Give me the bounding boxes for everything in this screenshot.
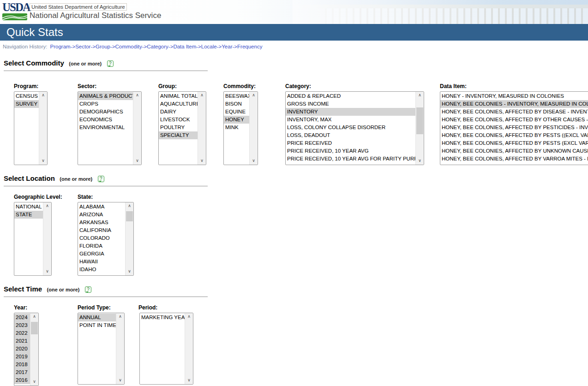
scroll-track[interactable] (30, 321, 38, 378)
option-2017[interactable]: 2017 (14, 368, 30, 376)
option-beeswax[interactable]: BEESWAX (224, 92, 249, 100)
scrollbar[interactable]: ∧∨ (415, 92, 424, 165)
option-2020[interactable]: 2020 (14, 345, 30, 353)
state-listbox[interactable]: ALABAMAARIZONAARKANSASCALIFORNIACOLORADO… (78, 202, 134, 276)
nav-history-link-group[interactable]: Group (96, 44, 110, 49)
scroll-up-icon[interactable]: ∧ (250, 92, 258, 99)
scroll-down-icon[interactable]: ∨ (30, 378, 38, 386)
option-colorado[interactable]: COLORADO (78, 234, 125, 242)
option-marketing-year[interactable]: MARKETING YEAR (140, 314, 185, 321)
help-icon[interactable]: ? (98, 176, 104, 182)
scroll-up-icon[interactable]: ∧ (30, 313, 38, 321)
option-honey-bee-colonies-affected-by-disease[interactable]: HONEY, BEE COLONIES, AFFECTED BY DISEASE… (440, 108, 588, 116)
option-demographics[interactable]: DEMOGRAPHICS (78, 108, 133, 116)
option-point-in-time[interactable]: POINT IN TIME (78, 321, 116, 329)
nav-history-link-sector[interactable]: Sector (75, 44, 90, 49)
scroll-down-icon[interactable]: ∨ (185, 377, 193, 384)
scroll-down-icon[interactable]: ∨ (133, 157, 141, 165)
scroll-up-icon[interactable]: ∧ (416, 92, 424, 99)
option-crops[interactable]: CROPS (78, 100, 133, 108)
scrollbar[interactable]: ∧∨ (43, 202, 51, 275)
scroll-track[interactable] (198, 99, 206, 157)
option-environmental[interactable]: ENVIRONMENTAL (78, 124, 133, 131)
option-census[interactable]: CENSUS (14, 92, 39, 100)
option-mink[interactable]: MINK (224, 124, 249, 131)
scroll-up-icon[interactable]: ∧ (126, 202, 133, 210)
scroll-down-icon[interactable]: ∨ (43, 268, 51, 275)
data-item-listbox[interactable]: HONEY - INVENTORY, MEASURED IN COLONIESH… (440, 91, 588, 165)
option-economics[interactable]: ECONOMICS (78, 116, 133, 124)
option-honey-bee-colonies-affected-by-varroa-[interactable]: HONEY, BEE COLONIES, AFFECTED BY VARROA … (440, 155, 588, 163)
option-honey-bee-colonies-affected-by-pests-[interactable]: HONEY, BEE COLONIES, AFFECTED BY PESTS (… (440, 131, 588, 139)
option-2016[interactable]: 2016 (14, 376, 30, 384)
option-animal-totals[interactable]: ANIMAL TOTALS (159, 92, 198, 100)
option-2019[interactable]: 2019 (14, 353, 30, 361)
option-honey-bee-colonies-affected-by-pestici[interactable]: HONEY, BEE COLONIES, AFFECTED BY PESTICI… (440, 124, 588, 131)
scroll-track[interactable] (250, 99, 258, 157)
scroll-up-icon[interactable]: ∧ (133, 92, 141, 99)
option-california[interactable]: CALIFORNIA (78, 226, 125, 234)
scrollbar[interactable]: ∧∨ (185, 313, 193, 384)
option-dairy[interactable]: DAIRY (159, 108, 198, 116)
option-survey[interactable]: SURVEY (14, 100, 39, 108)
option-bison[interactable]: BISON (224, 100, 249, 108)
scroll-up-icon[interactable]: ∧ (116, 313, 124, 321)
scroll-thumb[interactable] (416, 107, 423, 134)
option-2024[interactable]: 2024 (14, 314, 30, 321)
option-poultry[interactable]: POULTRY (159, 124, 198, 131)
scroll-thumb[interactable] (31, 322, 38, 335)
nav-history-link-category[interactable]: Category (147, 44, 168, 49)
option-price-received-10-year-avg-for-parity-p[interactable]: PRICE RECEIVED, 10 YEAR AVG FOR PARITY P… (286, 155, 415, 163)
option-hawaii[interactable]: HAWAII (78, 258, 125, 266)
scrollbar[interactable]: ∧∨ (249, 92, 258, 165)
nav-history-link-year[interactable]: Year (222, 44, 232, 49)
option-added-replaced[interactable]: ADDED & REPLACED (286, 92, 415, 100)
commodity-listbox[interactable]: BEESWAXBISONEQUINEHONEYMINK∧∨ (223, 91, 258, 165)
option-annual[interactable]: ANNUAL (78, 314, 116, 321)
option-honey-bee-colonies-affected-by-other-c[interactable]: HONEY, BEE COLONIES, AFFECTED BY OTHER C… (440, 116, 588, 124)
scroll-track[interactable] (416, 99, 424, 157)
option-loss-deadout[interactable]: LOSS, DEADOUT (286, 131, 415, 139)
scroll-up-icon[interactable]: ∧ (185, 313, 193, 321)
scroll-down-icon[interactable]: ∨ (416, 157, 424, 165)
option-arkansas[interactable]: ARKANSAS (78, 219, 125, 226)
period-type-listbox[interactable]: ANNUALPOINT IN TIME∧∨ (78, 313, 125, 385)
scroll-down-icon[interactable]: ∨ (126, 268, 133, 275)
option-inventory-max[interactable]: INVENTORY, MAX (286, 116, 415, 124)
sector-listbox[interactable]: ANIMALS & PRODUCTSCROPSDEMOGRAPHICSECONO… (78, 91, 142, 165)
group-listbox[interactable]: ANIMAL TOTALSAQUACULTUREDAIRYLIVESTOCKPO… (158, 91, 206, 165)
scroll-up-icon[interactable]: ∧ (39, 92, 47, 99)
period-listbox[interactable]: MARKETING YEAR∧∨ (139, 313, 193, 385)
scroll-thumb[interactable] (126, 211, 133, 222)
nav-history-link-locale[interactable]: Locale (201, 44, 217, 49)
year-listbox[interactable]: 202420232022202120202019201820172016∧∨ (14, 313, 39, 386)
option-2018[interactable]: 2018 (14, 361, 30, 368)
nav-history-link-frequency[interactable]: Frequency (237, 44, 262, 49)
option-2023[interactable]: 2023 (14, 321, 30, 329)
scroll-up-icon[interactable]: ∧ (43, 202, 51, 210)
option-honey-bee-colonies-affected-by-unknown[interactable]: HONEY, BEE COLONIES, AFFECTED BY UNKNOWN… (440, 147, 588, 155)
option-georgia[interactable]: GEORGIA (78, 250, 125, 258)
scroll-track[interactable] (116, 321, 124, 377)
scroll-track[interactable] (185, 321, 193, 377)
option-price-received[interactable]: PRICE RECEIVED (286, 139, 415, 147)
nav-history-link-program[interactable]: Program (50, 44, 71, 49)
help-icon[interactable]: ? (85, 286, 91, 293)
scrollbar[interactable]: ∧∨ (30, 313, 38, 386)
scroll-track[interactable] (39, 99, 47, 157)
option-alabama[interactable]: ALABAMA (78, 203, 125, 211)
scroll-down-icon[interactable]: ∨ (116, 377, 124, 384)
nav-history-link-commodity[interactable]: Commodity (115, 44, 142, 49)
scroll-up-icon[interactable]: ∧ (198, 92, 206, 99)
option-equine[interactable]: EQUINE (224, 108, 249, 116)
option-specialty[interactable]: SPECIALTY (159, 131, 198, 139)
scroll-track[interactable] (126, 210, 133, 268)
nav-history-link-data-item[interactable]: Data Item (173, 44, 196, 49)
option-idaho[interactable]: IDAHO (78, 266, 125, 273)
option-national[interactable]: NATIONAL (14, 203, 43, 211)
scrollbar[interactable]: ∧∨ (39, 92, 47, 165)
option-honey-bee-colonies-affected-by-pests-[interactable]: HONEY, BEE COLONIES, AFFECTED BY PESTS (… (440, 139, 588, 147)
option-2022[interactable]: 2022 (14, 329, 30, 337)
scroll-down-icon[interactable]: ∨ (198, 157, 206, 165)
scroll-track[interactable] (133, 99, 141, 157)
